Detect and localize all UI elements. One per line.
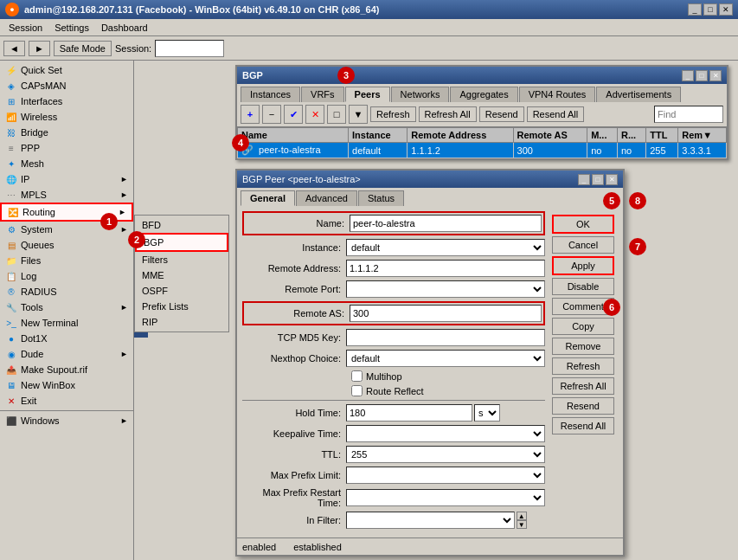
submenu-ospf[interactable]: OSPF [135,283,228,299]
hold-time-input[interactable] [346,404,472,422]
sidebar-item-new-terminal[interactable]: >_ New Terminal [0,315,133,331]
tab-vpn4-routes[interactable]: VPN4 Routes [519,87,596,102]
menu-session[interactable]: Session [3,21,48,35]
sidebar-item-radius[interactable]: ® RADIUS [0,284,133,299]
bgp-check-button[interactable]: ✔ [284,105,303,124]
safe-mode-button[interactable]: Safe Mode [54,41,112,56]
route-reflect-checkbox[interactable] [351,385,363,396]
sidebar-item-interfaces[interactable]: ⊞ Interfaces [0,93,133,109]
col-rem[interactable]: Rem▼ [678,128,727,143]
sidebar-item-quick-set[interactable]: ⚡ Quick Set [0,62,133,78]
tab-advertisements[interactable]: Advertisements [596,87,681,102]
sidebar-item-wireless[interactable]: 📶 Wireless [0,109,133,125]
peer-close-button[interactable]: ✕ [606,174,618,185]
in-filter-select[interactable] [346,512,515,529]
remote-address-input[interactable] [346,260,545,277]
multihop-checkbox[interactable] [351,370,363,382]
sidebar-item-dot1x[interactable]: ● Dot1X [0,331,133,346]
col-ttl[interactable]: TTL [646,128,678,143]
sidebar-item-dude[interactable]: ◉ Dude ► [0,346,133,362]
sidebar-item-mpls[interactable]: ⋯ MPLS ► [0,187,133,203]
bgp-copy-button[interactable]: □ [327,105,346,124]
in-filter-down-button[interactable]: ▼ [517,520,527,529]
copy-peer-button[interactable]: Copy [552,318,614,335]
submenu-bfd[interactable]: BFD [135,217,228,233]
bgp-close-button[interactable]: ✕ [709,70,722,81]
bgp-filter-button[interactable]: ▼ [349,105,368,124]
remove-button[interactable]: Remove [552,338,614,355]
session-input[interactable] [155,40,224,57]
sidebar-item-log[interactable]: 📋 Log [0,268,133,284]
sidebar-item-make-supout[interactable]: 📤 Make Supout.rif [0,362,133,377]
sidebar-item-exit[interactable]: ✕ Exit [0,393,133,409]
submenu-rip[interactable]: RIP [135,314,228,330]
max-prefix-restart-select[interactable] [346,489,545,506]
tab-instances[interactable]: Instances [241,87,300,102]
tab-vrfs[interactable]: VRFs [301,87,344,102]
remote-port-select[interactable] [346,280,545,298]
sidebar-item-ip[interactable]: 🌐 IP ► [0,171,133,187]
sidebar-item-windows[interactable]: ⬛ Windows ► [0,413,133,428]
max-prefix-select[interactable] [346,467,545,484]
peer-resend-all-button[interactable]: Resend All [552,417,614,434]
peer-tab-general[interactable]: General [241,190,295,206]
tab-peers[interactable]: Peers [345,87,390,102]
table-row[interactable]: 🔗 peer-to-alestra default 1.1.1.2 300 no… [238,143,727,158]
col-name[interactable]: Name [238,128,349,143]
peer-tab-advanced[interactable]: Advanced [296,190,357,206]
col-r[interactable]: R... [617,128,645,143]
menu-settings[interactable]: Settings [49,21,94,35]
sidebar-item-files[interactable]: 📁 Files [0,253,133,268]
tab-networks[interactable]: Networks [391,87,450,102]
keepalive-select[interactable] [346,425,545,442]
sidebar-item-capsman[interactable]: ◈ CAPsMAN [0,78,133,93]
bgp-resend-button[interactable]: Resend [479,106,524,122]
bgp-find-input[interactable] [654,106,723,123]
submenu-bgp[interactable]: BGP [135,233,228,252]
peer-minimize-button[interactable]: _ [578,174,590,185]
ok-button[interactable]: OK [552,215,614,234]
submenu-filters[interactable]: Filters [135,252,228,267]
sidebar-item-tools[interactable]: 🔧 Tools ► [0,299,133,315]
close-button[interactable]: ✕ [719,3,733,16]
bgp-maximize-button[interactable]: □ [696,70,708,81]
sidebar-item-new-winbox[interactable]: 🖥 New WinBox [0,377,133,393]
bgp-resend-all-button[interactable]: Resend All [527,106,585,122]
bgp-refresh-all-button[interactable]: Refresh All [419,106,477,122]
sidebar-item-mesh[interactable]: ✦ Mesh [0,156,133,171]
peer-refresh-all-button[interactable]: Refresh All [552,377,614,395]
cancel-button[interactable]: Cancel [552,236,614,254]
bgp-refresh-button[interactable]: Refresh [370,106,416,122]
col-instance[interactable]: Instance [349,128,408,143]
minimize-button[interactable]: _ [688,3,702,16]
bgp-minimize-button[interactable]: _ [682,70,694,81]
peer-resend-button[interactable]: Resend [552,397,614,415]
tcp-md5-input[interactable] [346,329,545,346]
col-m[interactable]: M... [587,128,618,143]
hold-time-unit-select[interactable]: s [474,404,500,422]
bgp-add-button[interactable]: + [241,105,260,124]
maximize-button[interactable]: □ [703,3,717,16]
remote-as-input[interactable] [350,305,542,322]
bgp-cross-button[interactable]: ✕ [305,105,324,124]
instance-select[interactable]: default [346,239,545,256]
back-button[interactable]: ◄ [3,41,25,56]
disable-button[interactable]: Disable [552,278,614,295]
sidebar-item-ppp[interactable]: ≡ PPP [0,140,133,156]
bgp-remove-button[interactable]: − [262,105,281,124]
submenu-mme[interactable]: MME [135,267,228,283]
sidebar-item-bridge[interactable]: ⛓ Bridge [0,125,133,140]
peer-maximize-button[interactable]: □ [592,174,604,185]
sidebar-item-queues[interactable]: ▤ Queues [0,237,133,253]
col-remote-as[interactable]: Remote AS [513,128,587,143]
peer-refresh-button[interactable]: Refresh [552,357,614,375]
forward-button[interactable]: ► [29,41,50,56]
menu-dashboard[interactable]: Dashboard [96,21,153,35]
peer-tab-status[interactable]: Status [358,190,404,206]
nexthop-select[interactable]: default [346,350,545,367]
ttl-select[interactable]: 255 [346,446,545,463]
in-filter-up-button[interactable]: ▲ [517,512,527,520]
tab-aggregates[interactable]: Aggregates [450,87,517,102]
name-input[interactable] [350,215,542,232]
col-remote-address[interactable]: Remote Address [408,128,513,143]
